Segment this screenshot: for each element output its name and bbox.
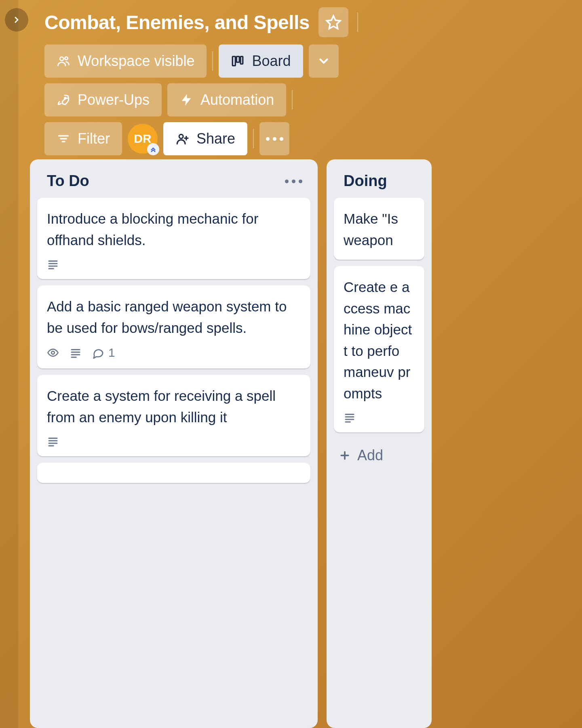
svg-marker-0	[327, 16, 340, 29]
chevron-right-icon	[12, 15, 21, 25]
comment-count: 1	[108, 346, 115, 360]
bolt-icon	[179, 93, 193, 107]
svg-point-6	[64, 97, 66, 99]
board-header: Combat, Enemies, and Spells Workspace vi…	[32, 4, 396, 161]
share-label: Share	[196, 130, 235, 147]
chevron-down-icon	[317, 54, 331, 68]
comments-badge: 1	[92, 346, 115, 360]
card-title: Create a system for receiving a spell fr…	[47, 385, 301, 428]
filter-icon	[57, 132, 70, 146]
more-icon	[285, 180, 302, 183]
board-menu-button[interactable]	[259, 122, 289, 155]
star-button[interactable]	[318, 7, 348, 37]
card[interactable]: Create e access machine object t to perf…	[334, 266, 396, 432]
svg-point-11	[179, 134, 183, 138]
add-card-label: Add	[357, 447, 383, 464]
separator	[212, 51, 213, 71]
svg-point-2	[65, 57, 68, 60]
person-add-icon	[175, 132, 189, 146]
share-button[interactable]: Share	[163, 122, 247, 155]
card[interactable]: Make "Is weapon	[334, 198, 396, 260]
left-rail	[0, 0, 18, 495]
description-icon	[70, 347, 82, 359]
member-avatar[interactable]: DR	[128, 124, 158, 154]
card-title: Add a basic ranged weapon system to be u…	[47, 296, 301, 339]
people-icon	[57, 54, 70, 68]
board-canvas[interactable]: To Do Introduce a blocking mechanic for …	[30, 159, 396, 495]
watching-badge	[47, 347, 59, 359]
separator	[357, 13, 358, 32]
svg-point-1	[60, 57, 63, 61]
svg-marker-7	[182, 94, 191, 106]
card[interactable]: Introduce a blocking mechanic for offhan…	[37, 198, 310, 279]
visibility-button[interactable]: Workspace visible	[44, 44, 207, 78]
svg-rect-4	[237, 57, 240, 62]
description-icon	[344, 411, 356, 423]
svg-point-18	[51, 351, 55, 354]
avatar-initials: DR	[134, 132, 151, 146]
automation-button[interactable]: Automation	[167, 83, 286, 116]
filter-button[interactable]: Filter	[44, 122, 122, 155]
list-menu-button[interactable]	[281, 175, 306, 187]
card-title: Make "Is weapon	[344, 208, 396, 251]
list-todo: To Do Introduce a blocking mechanic for …	[30, 159, 318, 495]
description-icon	[47, 258, 59, 270]
powerups-button[interactable]: Power-Ups	[44, 83, 162, 116]
list-doing: Doing Make "Is weapon Create e access ma…	[327, 159, 396, 495]
eye-icon	[47, 347, 59, 359]
expand-sidebar-button[interactable]	[5, 8, 28, 32]
card[interactable]: Add a basic ranged weapon system to be u…	[37, 286, 310, 368]
card[interactable]	[37, 463, 310, 483]
card[interactable]: Create a system for receiving a spell fr…	[37, 375, 310, 456]
automation-label: Automation	[200, 91, 274, 108]
separator	[292, 90, 293, 110]
add-card-button[interactable]: Add	[334, 439, 396, 467]
filter-label: Filter	[78, 130, 110, 147]
powerups-label: Power-Ups	[78, 91, 150, 108]
star-icon	[325, 14, 342, 30]
card-title: Create e access machine object t to perf…	[344, 277, 396, 404]
card-title: Introduce a blocking mechanic for offhan…	[47, 208, 301, 251]
list-title[interactable]: To Do	[47, 172, 89, 190]
board-title[interactable]: Combat, Enemies, and Spells	[44, 11, 310, 34]
rocket-icon	[57, 93, 70, 107]
separator	[253, 129, 254, 148]
avatar-admin-badge	[147, 143, 159, 155]
visibility-label: Workspace visible	[78, 53, 194, 70]
board-icon	[231, 54, 245, 68]
svg-rect-5	[241, 57, 243, 64]
svg-rect-3	[233, 57, 236, 66]
card-title	[47, 473, 301, 481]
comment-icon	[92, 347, 104, 359]
list-title[interactable]: Doing	[344, 172, 387, 190]
view-switcher-button[interactable]: Board	[219, 44, 303, 78]
view-dropdown-button[interactable]	[309, 44, 339, 78]
view-label: Board	[252, 53, 291, 70]
plus-icon	[339, 449, 351, 461]
description-icon	[47, 435, 59, 447]
more-icon	[266, 137, 283, 141]
